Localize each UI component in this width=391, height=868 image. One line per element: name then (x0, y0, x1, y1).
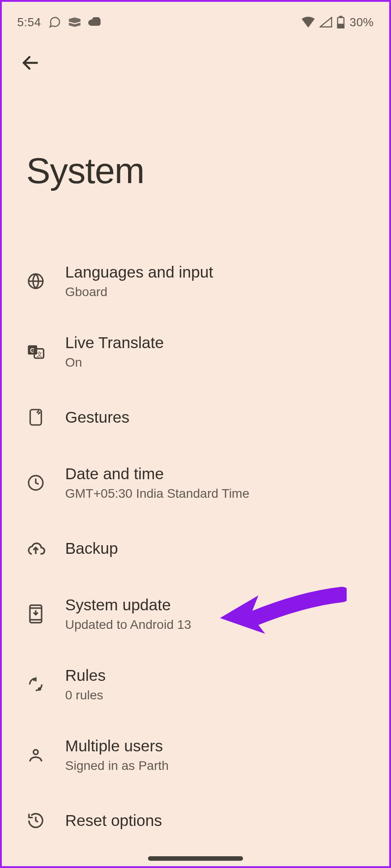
item-title: Reset options (65, 811, 162, 830)
nav-handle[interactable] (148, 856, 243, 861)
battery-icon (337, 16, 345, 28)
svg-rect-2 (338, 24, 344, 28)
settings-item-backup[interactable]: Backup (2, 518, 389, 579)
item-subtitle: GMT+05:30 India Standard Time (65, 486, 249, 501)
item-title: Languages and input (65, 263, 213, 281)
item-title: Live Translate (65, 334, 164, 352)
cloud-upload-icon (26, 539, 45, 558)
item-title: System update (65, 596, 191, 614)
item-subtitle: 0 rules (65, 688, 105, 703)
translate-icon: G 文 (26, 342, 45, 361)
tray-icon (68, 17, 81, 27)
signal-icon (319, 17, 332, 28)
settings-item-system-update[interactable]: System update Updated to Android 13 (2, 579, 389, 649)
status-battery-pct: 30% (349, 15, 374, 29)
settings-item-reset-options[interactable]: Reset options (2, 790, 389, 851)
gesture-icon (26, 408, 45, 427)
svg-text:文: 文 (37, 351, 43, 358)
arrow-left-icon (20, 53, 40, 73)
settings-item-languages[interactable]: Languages and input Gboard (2, 246, 389, 316)
wifi-icon (301, 17, 315, 28)
settings-list: Languages and input Gboard G 文 Live Tran… (2, 246, 389, 851)
item-subtitle: On (65, 355, 164, 370)
whatsapp-icon (48, 16, 61, 28)
person-icon (26, 745, 45, 764)
item-title: Rules (65, 666, 105, 684)
item-subtitle: Gboard (65, 285, 213, 299)
status-time: 5:54 (17, 15, 41, 29)
settings-item-live-translate[interactable]: G 文 Live Translate On (2, 316, 389, 387)
page-title: System (2, 78, 389, 246)
back-button[interactable] (15, 48, 45, 78)
settings-item-date-time[interactable]: Date and time GMT+05:30 India Standard T… (2, 448, 389, 518)
item-title: Date and time (65, 465, 249, 483)
settings-item-multiple-users[interactable]: Multiple users Signed in as Parth (2, 720, 389, 790)
status-left: 5:54 (17, 15, 102, 29)
item-title: Gestures (65, 408, 129, 426)
clock-icon (26, 473, 45, 492)
rules-icon (26, 675, 45, 694)
status-bar: 5:54 (2, 2, 389, 34)
reset-icon (26, 811, 45, 830)
svg-rect-1 (340, 16, 342, 18)
item-subtitle: Signed in as Parth (65, 759, 169, 773)
globe-icon (26, 272, 45, 291)
cloud-icon (88, 17, 102, 27)
svg-point-18 (33, 750, 38, 755)
item-title: Multiple users (65, 737, 169, 755)
settings-item-gestures[interactable]: Gestures (2, 387, 389, 448)
system-update-icon (26, 604, 45, 623)
status-right: 30% (301, 15, 374, 29)
item-title: Backup (65, 539, 118, 557)
item-subtitle: Updated to Android 13 (65, 618, 191, 632)
settings-item-rules[interactable]: Rules 0 rules (2, 649, 389, 720)
svg-point-17 (38, 687, 41, 690)
